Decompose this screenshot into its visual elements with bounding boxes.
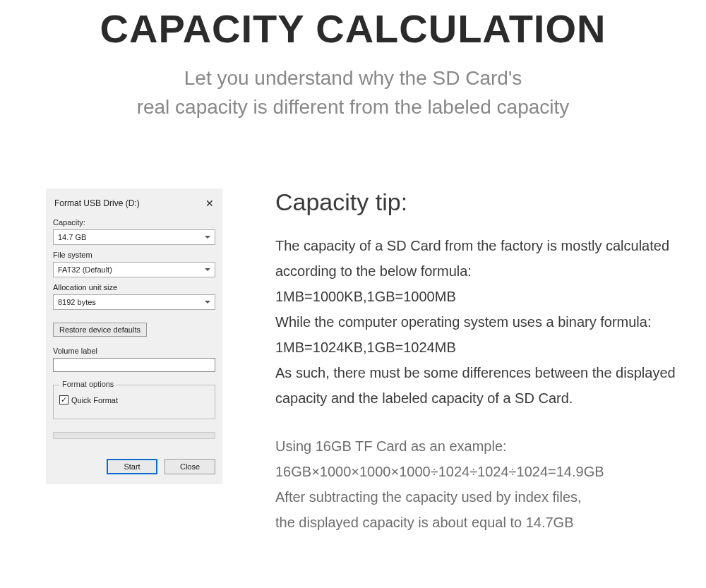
capacity-label: Capacity: [53, 218, 215, 227]
tip-heading: Capacity tip: [275, 188, 692, 216]
format-options-group: Format options ✓ Quick Format [53, 385, 215, 419]
subtitle-line2: real capacity is different from the labe… [137, 96, 570, 118]
allocation-label: Allocation unit size [53, 283, 215, 292]
tip-p2: 1MB=1000KB,1GB=1000MB [275, 284, 692, 309]
subtitle-line1: Let you understand why the SD Card's [184, 67, 522, 89]
tip-p5: As such, there must be some differences … [275, 360, 692, 411]
capacity-select[interactable]: 14.7 GB [53, 229, 215, 245]
filesystem-label: File system [53, 251, 215, 259]
tip-example-3: After subtracting the capacity used by i… [275, 484, 692, 510]
tip-p1: The capacity of a SD Card from the facto… [275, 233, 692, 284]
tip-example-4: the displayed capacity is about equal to… [275, 510, 692, 535]
filesystem-value: FAT32 (Default) [58, 265, 112, 274]
format-dialog: Format USB Drive (D:) ✕ Capacity: 14.7 G… [46, 188, 222, 484]
format-options-legend: Format options [59, 380, 116, 388]
quick-format-label: Quick Format [71, 396, 118, 404]
allocation-value: 8192 bytes [58, 298, 96, 306]
tip-example-2: 16GB×1000×1000×1000÷1024÷1024÷1024=14.9G… [275, 459, 692, 484]
volume-label-input[interactable] [53, 358, 215, 372]
close-icon[interactable]: ✕ [205, 198, 214, 208]
restore-defaults-button[interactable]: Restore device defaults [53, 323, 147, 337]
dialog-titlebar: Format USB Drive (D:) ✕ [53, 196, 215, 218]
start-button[interactable]: Start [107, 459, 157, 474]
capacity-value: 14.7 GB [58, 233, 86, 241]
close-button[interactable]: Close [164, 459, 215, 474]
page-title: CAPACITY CALCULATION [0, 0, 706, 52]
quick-format-checkbox[interactable]: ✓ [59, 395, 68, 404]
allocation-select[interactable]: 8192 bytes [53, 294, 215, 310]
format-progress-bar [53, 432, 215, 439]
dialog-title: Format USB Drive (D:) [54, 198, 140, 208]
capacity-tip-column: Capacity tip: The capacity of a SD Card … [275, 188, 692, 535]
tip-p4: 1MB=1024KB,1GB=1024MB [275, 335, 692, 360]
tip-p3: While the computer operating system uses… [275, 309, 692, 335]
volume-label-label: Volume label [53, 347, 215, 355]
tip-example-1: Using 16GB TF Card as an example: [275, 433, 692, 459]
filesystem-select[interactable]: FAT32 (Default) [53, 262, 215, 277]
page-subtitle: Let you understand why the SD Card's rea… [0, 64, 706, 121]
